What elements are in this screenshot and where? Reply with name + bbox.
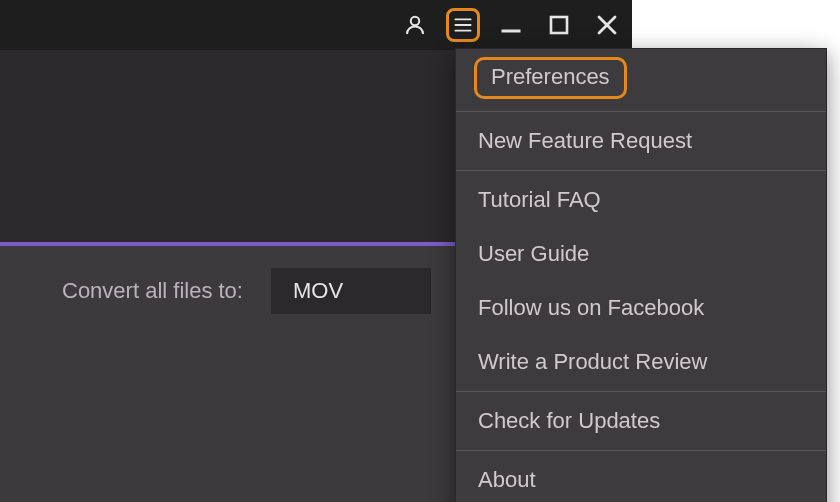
menu-label: Preferences	[491, 64, 610, 89]
svg-point-0	[411, 17, 419, 25]
preferences-highlight: Preferences	[474, 57, 627, 99]
menu-item-follow-facebook[interactable]: Follow us on Facebook	[456, 281, 826, 335]
menu-separator	[456, 111, 826, 112]
menu-separator	[456, 450, 826, 451]
menu-item-preferences[interactable]: Preferences	[456, 49, 826, 109]
convert-label: Convert all files to:	[62, 278, 243, 304]
menu-item-user-guide[interactable]: User Guide	[456, 227, 826, 281]
output-format-select[interactable]: MOV	[271, 268, 431, 314]
menu-separator	[456, 170, 826, 171]
close-button[interactable]	[590, 8, 624, 42]
convert-row: Convert all files to: MOV	[62, 268, 431, 314]
svg-rect-5	[551, 17, 567, 33]
titlebar	[0, 0, 632, 50]
menu-item-tutorial-faq[interactable]: Tutorial FAQ	[456, 173, 826, 227]
hamburger-menu-button[interactable]	[446, 8, 480, 42]
maximize-button[interactable]	[542, 8, 576, 42]
menu-item-write-review[interactable]: Write a Product Review	[456, 335, 826, 389]
user-icon[interactable]	[398, 8, 432, 42]
menu-item-new-feature-request[interactable]: New Feature Request	[456, 114, 826, 168]
minimize-button[interactable]	[494, 8, 528, 42]
main-menu-dropdown: Preferences New Feature Request Tutorial…	[455, 48, 827, 502]
menu-item-check-updates[interactable]: Check for Updates	[456, 394, 826, 448]
menu-separator	[456, 391, 826, 392]
menu-item-about[interactable]: About	[456, 453, 826, 502]
